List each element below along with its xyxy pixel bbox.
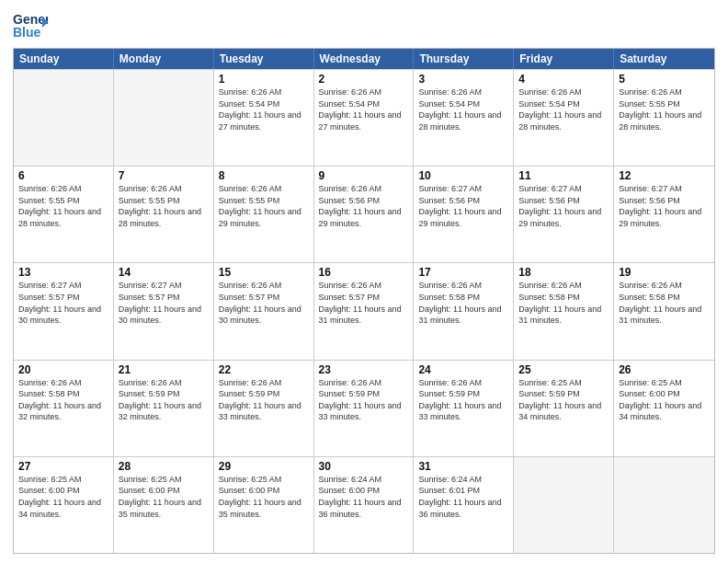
cell-info: Sunrise: 6:26 AMSunset: 5:59 PMDaylight:… <box>418 378 501 422</box>
day-number: 30 <box>319 460 409 473</box>
cell-info: Sunrise: 6:26 AMSunset: 5:57 PMDaylight:… <box>219 281 301 325</box>
cal-week-0: 1Sunrise: 6:26 AMSunset: 5:54 PMDaylight… <box>14 69 714 166</box>
cal-cell: 23Sunrise: 6:26 AMSunset: 5:59 PMDayligh… <box>314 361 415 456</box>
cell-info: Sunrise: 6:26 AMSunset: 5:55 PMDaylight:… <box>18 184 101 228</box>
cell-info: Sunrise: 6:26 AMSunset: 5:56 PMDaylight:… <box>319 184 402 228</box>
cal-cell: 2Sunrise: 6:26 AMSunset: 5:54 PMDaylight… <box>314 70 415 166</box>
cal-cell: 6Sunrise: 6:26 AMSunset: 5:55 PMDaylight… <box>14 167 114 262</box>
day-number: 13 <box>18 266 108 279</box>
day-number: 7 <box>119 169 209 182</box>
cal-cell: 26Sunrise: 6:25 AMSunset: 6:00 PMDayligh… <box>614 361 714 456</box>
day-number: 29 <box>219 460 309 473</box>
cell-info: Sunrise: 6:26 AMSunset: 5:55 PMDaylight:… <box>119 184 201 228</box>
page: General Blue SundayMondayTuesdayWednesda… <box>0 0 728 563</box>
cal-cell: 27Sunrise: 6:25 AMSunset: 6:00 PMDayligh… <box>14 457 114 553</box>
cal-cell <box>514 457 614 553</box>
logo-icon: General Blue <box>13 9 48 42</box>
cell-info: Sunrise: 6:25 AMSunset: 6:00 PMDaylight:… <box>219 475 301 519</box>
cal-header-cell-tuesday: Tuesday <box>214 49 314 69</box>
day-number: 10 <box>418 169 508 182</box>
day-number: 2 <box>319 73 409 86</box>
cal-cell: 28Sunrise: 6:25 AMSunset: 6:00 PMDayligh… <box>114 457 214 553</box>
day-number: 22 <box>219 363 309 376</box>
cell-info: Sunrise: 6:27 AMSunset: 5:57 PMDaylight:… <box>119 281 201 325</box>
day-number: 5 <box>619 73 710 86</box>
cell-info: Sunrise: 6:26 AMSunset: 5:55 PMDaylight:… <box>619 87 701 132</box>
cell-info: Sunrise: 6:26 AMSunset: 5:59 PMDaylight:… <box>219 378 301 422</box>
cell-info: Sunrise: 6:25 AMSunset: 6:00 PMDaylight:… <box>18 475 101 519</box>
cell-info: Sunrise: 6:27 AMSunset: 5:56 PMDaylight:… <box>619 184 701 228</box>
day-number: 23 <box>319 363 409 376</box>
cal-cell: 8Sunrise: 6:26 AMSunset: 5:55 PMDaylight… <box>214 167 314 262</box>
day-number: 26 <box>619 363 710 376</box>
cal-cell <box>614 457 714 553</box>
cal-cell: 11Sunrise: 6:27 AMSunset: 5:56 PMDayligh… <box>514 167 614 262</box>
cell-info: Sunrise: 6:26 AMSunset: 5:54 PMDaylight:… <box>219 87 301 132</box>
day-number: 25 <box>518 363 609 376</box>
cal-cell: 25Sunrise: 6:25 AMSunset: 5:59 PMDayligh… <box>514 361 614 456</box>
cal-week-1: 6Sunrise: 6:26 AMSunset: 5:55 PMDaylight… <box>14 166 714 262</box>
cal-cell: 1Sunrise: 6:26 AMSunset: 5:54 PMDaylight… <box>214 70 314 166</box>
day-number: 4 <box>518 73 609 86</box>
cell-info: Sunrise: 6:26 AMSunset: 5:58 PMDaylight:… <box>518 281 601 325</box>
day-number: 14 <box>119 266 209 279</box>
cal-header-cell-friday: Friday <box>514 49 614 69</box>
cell-info: Sunrise: 6:24 AMSunset: 6:01 PMDaylight:… <box>418 475 501 519</box>
cal-cell: 9Sunrise: 6:26 AMSunset: 5:56 PMDaylight… <box>314 167 415 262</box>
cal-cell: 12Sunrise: 6:27 AMSunset: 5:56 PMDayligh… <box>614 167 714 262</box>
cal-cell: 10Sunrise: 6:27 AMSunset: 5:56 PMDayligh… <box>414 167 514 262</box>
cell-info: Sunrise: 6:26 AMSunset: 5:54 PMDaylight:… <box>319 87 402 132</box>
cal-cell: 7Sunrise: 6:26 AMSunset: 5:55 PMDaylight… <box>114 167 214 262</box>
cal-header-cell-wednesday: Wednesday <box>314 49 415 69</box>
day-number: 31 <box>418 460 508 473</box>
cal-week-4: 27Sunrise: 6:25 AMSunset: 6:00 PMDayligh… <box>14 456 714 553</box>
day-number: 6 <box>18 169 108 182</box>
cal-header-cell-thursday: Thursday <box>414 49 514 69</box>
day-number: 11 <box>518 169 609 182</box>
cal-week-2: 13Sunrise: 6:27 AMSunset: 5:57 PMDayligh… <box>14 262 714 359</box>
cal-cell: 18Sunrise: 6:26 AMSunset: 5:58 PMDayligh… <box>514 263 614 359</box>
header: General Blue <box>13 9 715 42</box>
calendar: SundayMondayTuesdayWednesdayThursdayFrid… <box>13 48 715 554</box>
cell-info: Sunrise: 6:27 AMSunset: 5:56 PMDaylight:… <box>518 184 601 228</box>
cell-info: Sunrise: 6:26 AMSunset: 5:59 PMDaylight:… <box>319 378 402 422</box>
day-number: 28 <box>119 460 209 473</box>
day-number: 12 <box>619 169 710 182</box>
cell-info: Sunrise: 6:26 AMSunset: 5:58 PMDaylight:… <box>18 378 101 422</box>
cal-cell: 14Sunrise: 6:27 AMSunset: 5:57 PMDayligh… <box>114 263 214 359</box>
cal-header-cell-monday: Monday <box>114 49 214 69</box>
calendar-body: 1Sunrise: 6:26 AMSunset: 5:54 PMDaylight… <box>14 69 714 553</box>
cal-cell: 19Sunrise: 6:26 AMSunset: 5:58 PMDayligh… <box>614 263 714 359</box>
cell-info: Sunrise: 6:26 AMSunset: 5:58 PMDaylight:… <box>619 281 701 325</box>
cal-cell: 3Sunrise: 6:26 AMSunset: 5:54 PMDaylight… <box>414 70 514 166</box>
cal-week-3: 20Sunrise: 6:26 AMSunset: 5:58 PMDayligh… <box>14 360 714 456</box>
cell-info: Sunrise: 6:26 AMSunset: 5:59 PMDaylight:… <box>119 378 201 422</box>
cal-cell: 13Sunrise: 6:27 AMSunset: 5:57 PMDayligh… <box>14 263 114 359</box>
cal-cell <box>14 70 114 166</box>
cal-cell: 16Sunrise: 6:26 AMSunset: 5:57 PMDayligh… <box>314 263 415 359</box>
day-number: 18 <box>518 266 609 279</box>
cal-header-cell-sunday: Sunday <box>14 49 114 69</box>
cal-cell: 20Sunrise: 6:26 AMSunset: 5:58 PMDayligh… <box>14 361 114 456</box>
cal-cell: 31Sunrise: 6:24 AMSunset: 6:01 PMDayligh… <box>414 457 514 553</box>
svg-text:Blue: Blue <box>13 25 41 40</box>
calendar-header-row: SundayMondayTuesdayWednesdayThursdayFrid… <box>14 49 714 69</box>
cell-info: Sunrise: 6:25 AMSunset: 6:00 PMDaylight:… <box>619 378 701 422</box>
day-number: 20 <box>18 363 108 376</box>
cell-info: Sunrise: 6:26 AMSunset: 5:55 PMDaylight:… <box>219 184 301 228</box>
cal-cell: 29Sunrise: 6:25 AMSunset: 6:00 PMDayligh… <box>214 457 314 553</box>
day-number: 21 <box>119 363 209 376</box>
day-number: 1 <box>219 73 309 86</box>
day-number: 24 <box>418 363 508 376</box>
cal-cell: 17Sunrise: 6:26 AMSunset: 5:58 PMDayligh… <box>414 263 514 359</box>
day-number: 15 <box>219 266 309 279</box>
logo: General Blue <box>13 9 48 42</box>
day-number: 19 <box>619 266 710 279</box>
cal-header-cell-saturday: Saturday <box>614 49 714 69</box>
cal-cell <box>114 70 214 166</box>
day-number: 8 <box>219 169 309 182</box>
cal-cell: 24Sunrise: 6:26 AMSunset: 5:59 PMDayligh… <box>414 361 514 456</box>
cell-info: Sunrise: 6:26 AMSunset: 5:58 PMDaylight:… <box>418 281 501 325</box>
cell-info: Sunrise: 6:26 AMSunset: 5:57 PMDaylight:… <box>319 281 402 325</box>
cell-info: Sunrise: 6:26 AMSunset: 5:54 PMDaylight:… <box>518 87 601 132</box>
